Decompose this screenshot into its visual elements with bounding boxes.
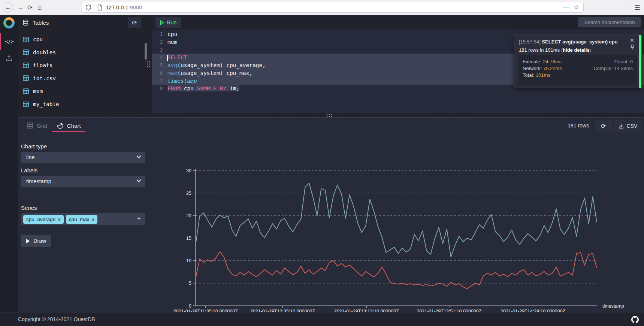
footer: Copyright © 2014-2021 QuestDB xyxy=(0,312,644,326)
table-icon xyxy=(23,37,29,42)
search-documentation-button[interactable]: Search documentation xyxy=(578,17,641,27)
table-icon xyxy=(23,49,29,55)
labels-select[interactable]: timestamp xyxy=(21,176,145,187)
y-tick-label: 10 xyxy=(186,258,191,263)
line-number: 4 xyxy=(152,54,167,60)
success-indicator xyxy=(639,35,641,88)
sidebar-item-my_table[interactable]: my_table xyxy=(18,98,143,111)
shield-icon xyxy=(86,4,91,10)
y-tick-label: 5 xyxy=(189,281,191,286)
horizontal-drag-handle-icon[interactable] xyxy=(326,114,333,117)
url-bar[interactable]: 127.0.0.1:9000 ⋯ ☆ xyxy=(82,2,584,13)
y-tick-label: 25 xyxy=(186,191,191,196)
run-label: Run xyxy=(167,19,177,25)
database-icon xyxy=(22,19,29,26)
query-notification: [15:57:54] SELECT avg(usage_system) cpu_… xyxy=(514,34,642,88)
bookmark-star-icon[interactable]: ☆ xyxy=(574,3,580,11)
tables-title: Tables xyxy=(33,19,49,26)
labels-label: Labels xyxy=(21,167,37,173)
series-chip-cpu_average[interactable]: cpu_averagex xyxy=(23,215,64,224)
hide-details-link[interactable]: hide details xyxy=(563,47,590,53)
download-icon xyxy=(619,123,624,129)
line-number: 6 xyxy=(152,70,167,76)
divider xyxy=(629,4,629,11)
questdb-logo[interactable] xyxy=(3,17,15,28)
line-number: 1 xyxy=(152,31,167,37)
series-input[interactable]: cpu_averagexcpu_maxx+ xyxy=(21,213,145,225)
reload-icon[interactable]: ⟳ xyxy=(25,2,35,13)
sidebar-item-floats[interactable]: floats xyxy=(18,59,143,72)
menu-icon[interactable]: ☰ xyxy=(632,3,642,12)
run-play-icon xyxy=(160,20,164,25)
tab-chart[interactable]: Chart xyxy=(57,120,81,131)
text-cursor xyxy=(167,55,168,61)
editor-toolbar: Run Search documentation xyxy=(143,15,644,30)
sidebar-item-mem[interactable]: mem xyxy=(18,85,143,97)
table-icon xyxy=(23,63,29,68)
home-icon[interactable]: ⌂ xyxy=(34,2,45,13)
notification-summary: 181 rows in 101ms (hide details) xyxy=(519,47,591,53)
tables-panel: Tables ⟳ cpudoublesfloatsiot.csvmemmy_ta… xyxy=(18,15,143,112)
close-icon[interactable]: ✕ xyxy=(629,37,635,43)
rows-count: 181 rows xyxy=(568,123,589,129)
browser-chrome: ← → ⟳ ⌂ 127.0.0.1:9000 ⋯ ☆ ☰ xyxy=(0,0,644,15)
add-series-icon[interactable]: + xyxy=(135,215,143,223)
chart-pie-icon xyxy=(57,123,63,129)
y-tick-label: 20 xyxy=(186,213,191,218)
notification-details: Execute: 24.78msCount: 0 Network: 76.22m… xyxy=(518,55,637,85)
series-line-cpu_max xyxy=(196,183,597,257)
github-icon[interactable] xyxy=(631,316,639,323)
back-icon[interactable]: ← xyxy=(3,2,13,13)
run-button[interactable]: Run xyxy=(155,17,181,28)
line-number: 5 xyxy=(152,62,167,68)
csv-download-button[interactable]: CSV xyxy=(614,120,642,132)
forward-icon[interactable]: → xyxy=(15,2,26,13)
chevron-down-icon xyxy=(136,155,141,159)
table-icon xyxy=(23,88,29,94)
questdb-console: </> Tables ⟳ cpudoublesfloatsiot.csvmemm… xyxy=(0,15,644,326)
series-chip-cpu_max[interactable]: cpu_maxx xyxy=(66,215,98,224)
grid-icon xyxy=(27,123,33,129)
sidebar-item-iot.csv[interactable]: iot.csv xyxy=(18,72,143,85)
scrollbar[interactable] xyxy=(145,43,147,60)
tab-grid[interactable]: Grid xyxy=(27,120,47,131)
y-tick-label: 0 xyxy=(189,304,191,309)
side-rail: </> xyxy=(0,15,18,312)
refresh-tables-button[interactable]: ⟳ xyxy=(128,17,141,28)
y-tick-label: 15 xyxy=(186,236,191,241)
vertical-drag-handle-icon[interactable] xyxy=(146,61,150,67)
draw-button[interactable]: Draw xyxy=(21,235,51,247)
draw-play-icon xyxy=(26,239,30,244)
line-number: 2 xyxy=(152,39,167,45)
page-icon xyxy=(97,4,102,10)
refresh-results-button[interactable]: ⟳ xyxy=(595,120,612,132)
table-icon xyxy=(23,75,29,81)
series-label: Series xyxy=(21,205,37,211)
line-number: 8 xyxy=(152,85,167,91)
remove-series-icon[interactable]: x xyxy=(58,217,61,222)
upload-icon[interactable] xyxy=(5,54,13,62)
copyright-text: Copyright © 2014-2021 QuestDB xyxy=(18,316,95,322)
chart-type-select[interactable]: line xyxy=(21,152,145,163)
line-number: 3 xyxy=(152,47,167,53)
line-chart[interactable]: 0510152025302021-01-29T11:35:10.000000Z2… xyxy=(157,163,644,321)
remove-series-icon[interactable]: x xyxy=(92,217,95,222)
chevron-down-icon xyxy=(136,179,141,182)
active-tab-underline xyxy=(52,131,85,132)
url-host: 127.0.0.1 xyxy=(106,4,128,10)
notification-title: [15:57:54] SELECT avg(usage_system) cpu_… xyxy=(519,39,624,45)
active-tab-indicator xyxy=(0,33,1,50)
line-number: 7 xyxy=(152,78,167,84)
pin-icon[interactable] xyxy=(630,45,635,51)
console-tab-icon[interactable]: </> xyxy=(4,36,15,46)
x-axis-title: timestamp xyxy=(602,304,624,309)
chart-type-label: Chart type xyxy=(21,143,47,150)
y-tick-label: 30 xyxy=(186,168,191,173)
sidebar-item-cpu[interactable]: cpu xyxy=(18,33,143,46)
tables-header: Tables ⟳ xyxy=(18,15,143,30)
table-icon xyxy=(23,102,29,107)
sidebar-item-doubles[interactable]: doubles xyxy=(18,46,143,59)
url-port: :9000 xyxy=(128,4,142,10)
divider xyxy=(94,4,94,10)
more-icon[interactable]: ⋯ xyxy=(563,4,569,11)
